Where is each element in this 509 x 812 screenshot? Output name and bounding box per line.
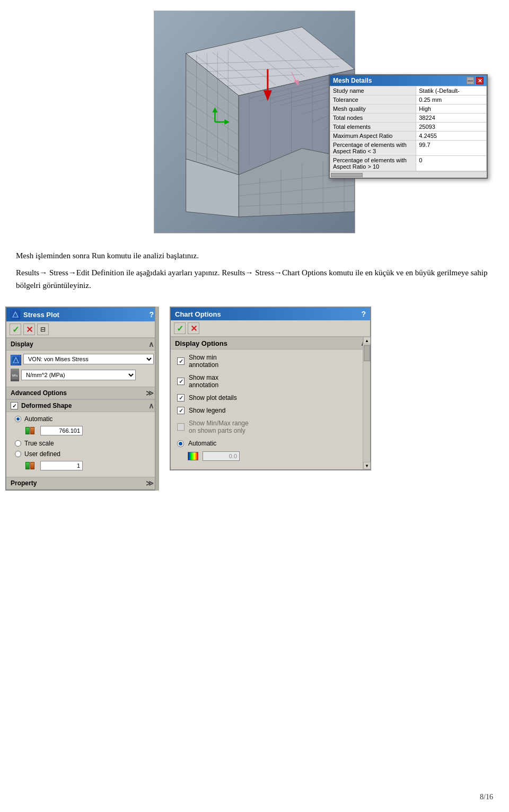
show-plot-details-row: Show plot details (177, 394, 364, 401)
show-min-annotation-checkbox[interactable] (177, 357, 185, 365)
advanced-options-label: Advanced Options (11, 389, 67, 397)
show-min-annotation-row: Show minannotation (177, 354, 364, 369)
table-row: Maximum Aspect Ratio 4.2455 (330, 132, 487, 141)
chart-x-icon: ✕ (190, 324, 197, 334)
deformed-shape-checkbox[interactable]: ✓ (11, 402, 18, 409)
mesh-details-table: Study name Statik (-Default- Tolerance 0… (330, 86, 487, 171)
property-section-label: Property (11, 479, 37, 487)
deformed-shape-header-left: ✓ Deformed Shape (11, 402, 72, 409)
deformed-shape-content: Automatic True scale (6, 412, 158, 477)
table-cell-label: Tolerance (330, 95, 416, 104)
green-bar-2-icon (25, 462, 30, 469)
chart-options-toolbar: ✓ ✕ (171, 320, 370, 337)
user-defined-radio-button[interactable] (15, 451, 21, 457)
advanced-options-header[interactable]: Advanced Options ≫ (6, 387, 158, 399)
table-cell-value: 0.25 mm (416, 95, 487, 104)
page-number: 8/16 (480, 793, 493, 801)
stress-plot-help[interactable]: ? (149, 310, 154, 319)
display-row-2: MPa N/mm^2 (MPa) (11, 369, 154, 381)
table-cell-value: Statik (-Default- (416, 86, 487, 95)
chart-options-titlebar: Chart Options ? (171, 308, 370, 320)
pin-icon: ⊟ (40, 326, 46, 333)
table-cell-label: Study name (330, 86, 416, 95)
scroll-thumb[interactable] (364, 345, 370, 361)
automatic-scale-input[interactable] (40, 426, 83, 435)
check-icon: ✓ (12, 325, 19, 335)
stress-plot-title-left: Stress Plot (11, 310, 59, 319)
chart-automatic-radio-button[interactable] (177, 440, 184, 447)
automatic-radio-row: Automatic (15, 415, 154, 423)
show-max-annotation-checkbox[interactable] (177, 378, 185, 385)
table-cell-label: Percentage of elements with Aspect Ratio… (330, 156, 416, 171)
table-cell-label: Total elements (330, 123, 416, 132)
user-defined-radio-row: User defined (15, 450, 154, 458)
scroll-up-button[interactable]: ▲ (363, 337, 371, 344)
dialog-scrollbar[interactable] (330, 171, 487, 178)
table-cell-value: 25093 (416, 123, 487, 132)
dialog-close-button[interactable]: ✕ (476, 77, 484, 84)
show-minmax-range-checkbox[interactable] (177, 423, 185, 431)
stress-plot-panel: Stress Plot ? ✓ ✕ ⊟ Display ∧ (5, 307, 159, 491)
chart-colorbar-row (177, 451, 364, 461)
show-min-annotation-label: Show minannotation (189, 354, 218, 369)
deformed-shape-header[interactable]: ✓ Deformed Shape ∧ (6, 399, 158, 412)
stress-plot-toolbar: ✓ ✕ ⊟ (6, 321, 158, 338)
stress-type-icon (11, 355, 21, 365)
display-section-header[interactable]: Display ∧ (6, 338, 158, 351)
table-cell-value: 0 (416, 156, 487, 171)
show-legend-checkbox[interactable] (177, 407, 185, 414)
show-plot-details-label: Show plot details (189, 394, 237, 401)
table-cell-label: Total nodes (330, 113, 416, 123)
table-row: Total elements 25093 (330, 123, 487, 132)
unit-dropdown[interactable]: N/mm^2 (MPa) (21, 370, 136, 380)
chart-scroll-area: Display Options ∧ Show minannotation Sho… (171, 337, 370, 469)
table-row: Percentage of elements with Aspect Ratio… (330, 156, 487, 171)
table-row: Tolerance 0.25 mm (330, 95, 487, 104)
scroll-down-button[interactable]: ▼ (363, 462, 371, 469)
stress-plot-cancel-button[interactable]: ✕ (23, 324, 35, 335)
automatic-radio-label: Automatic (24, 415, 52, 423)
chart-scrollbar[interactable]: ▲ ▼ (363, 337, 370, 469)
property-section-header[interactable]: Property ≫ (6, 477, 158, 490)
table-row: Total nodes 38224 (330, 113, 487, 123)
stress-type-dropdown[interactable]: VON: von Mises Stress (23, 354, 154, 364)
true-scale-radio-button[interactable] (15, 440, 21, 447)
mesh-details-dialog: Mesh Details — ✕ Study name Statik (-Def… (329, 74, 488, 179)
table-cell-value: 4.2455 (416, 132, 487, 141)
show-minmax-range-row: Show Min/Max rangeon shown parts only (177, 420, 364, 434)
dialog-scrollbar-thumb[interactable] (331, 173, 363, 177)
show-legend-label: Show legend (189, 407, 225, 414)
display-section-content: VON: von Mises Stress MPa N/mm^2 (MPa) (6, 351, 158, 387)
stress-plot-titlebar: Stress Plot ? (6, 308, 158, 321)
show-max-annotation-label: Show maxannotation (189, 374, 218, 389)
chart-options-panel: Chart Options ? ✓ ✕ Display Options ∧ (170, 307, 371, 470)
stress-plot-panel-wrapper: Stress Plot ? ✓ ✕ ⊟ Display ∧ (5, 307, 159, 491)
orange-bar-2-icon (30, 462, 34, 469)
show-max-annotation-row: Show maxannotation (177, 374, 364, 389)
display-options-header[interactable]: Display Options ∧ (171, 337, 370, 350)
x-icon: ✕ (26, 325, 33, 335)
table-cell-label: Mesh quality (330, 104, 416, 113)
chart-options-cancel-button[interactable]: ✕ (188, 322, 199, 334)
chart-value-input[interactable] (203, 451, 240, 461)
dialog-pin-button[interactable]: — (467, 77, 474, 84)
property-chevron-icon: ≫ (146, 479, 154, 487)
table-cell-label: Maximum Aspect Ratio (330, 132, 416, 141)
user-defined-value-input[interactable] (40, 461, 83, 470)
table-row: Mesh quality High (330, 104, 487, 113)
stress-panel-resize-handle[interactable] (155, 307, 159, 491)
text-content-area: Mesh işleminden sonra Run komutu ile ana… (0, 239, 509, 301)
chart-options-ok-button[interactable]: ✓ (174, 322, 186, 334)
display-chevron-icon: ∧ (148, 340, 154, 348)
table-cell-value: 99.7 (416, 141, 487, 156)
dialog-title-buttons: — ✕ (467, 77, 484, 84)
mesh-details-title: Mesh Details (333, 77, 372, 84)
stress-plot-pin-button[interactable]: ⊟ (37, 324, 49, 335)
show-plot-details-checkbox[interactable] (177, 394, 185, 401)
unit-icon: MPa (11, 369, 19, 381)
stress-plot-ok-button[interactable]: ✓ (10, 324, 21, 335)
automatic-radio-button[interactable] (15, 416, 21, 422)
true-scale-label: True scale (24, 440, 54, 447)
show-legend-row: Show legend (177, 407, 364, 414)
chart-options-help[interactable]: ? (361, 310, 366, 318)
